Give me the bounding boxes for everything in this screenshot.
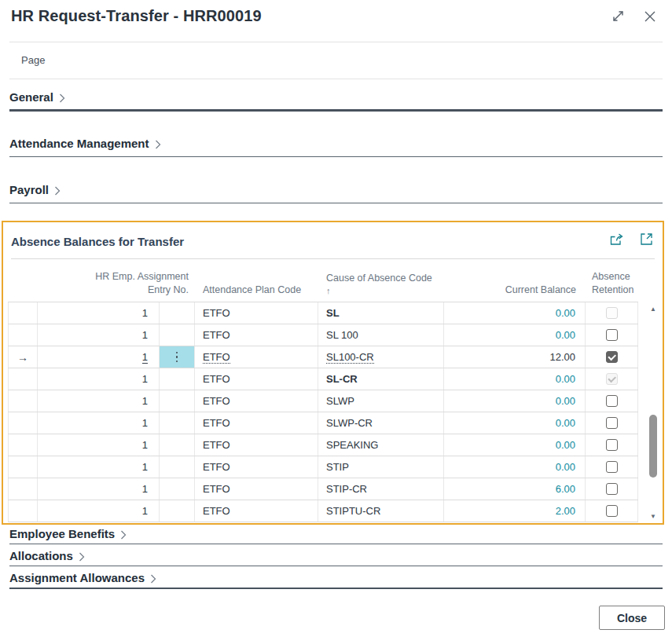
current-balance-value[interactable]: 0.00 (556, 373, 575, 385)
table-row[interactable]: 1ETFOSPEAKING0.00 (8, 434, 638, 456)
popout-button[interactable] (640, 232, 653, 249)
entry-no-value: 1 (142, 373, 148, 385)
cause-code-cell[interactable]: STIPTU-CR (318, 500, 444, 522)
current-balance-value[interactable]: 2.00 (556, 505, 575, 517)
row-menu-button[interactable] (160, 346, 195, 368)
retention-cell (586, 368, 638, 390)
table-row[interactable]: →1ETFOSL100-CR12.00 (8, 346, 638, 368)
current-balance-value[interactable]: 0.00 (556, 439, 575, 451)
entry-no-cell[interactable]: 1 (38, 434, 160, 456)
scrollbar-thumb[interactable] (649, 415, 657, 478)
current-balance-value[interactable]: 6.00 (556, 483, 575, 495)
entry-no-cell[interactable]: 1 (38, 500, 160, 522)
table-row[interactable]: 1ETFOSTIP-CR6.00 (8, 478, 638, 500)
menu-tab-page[interactable]: Page (21, 54, 45, 66)
current-balance-value[interactable]: 0.00 (556, 307, 575, 319)
section-header-attendance-management[interactable]: Attendance Management (9, 137, 161, 150)
retention-checkbox[interactable] (606, 329, 618, 341)
cause-code-cell[interactable]: STIP-CR (318, 478, 444, 500)
cause-code-cell[interactable]: SLWP (318, 390, 444, 412)
column-header-current-balance[interactable]: Current Balance (444, 262, 586, 302)
chevron-right-icon (54, 186, 61, 196)
scroll-down-icon[interactable]: ▼ (648, 513, 659, 521)
entry-no-cell[interactable]: 1 (38, 302, 160, 324)
column-header-plan-code[interactable]: Attendance Plan Code (195, 262, 318, 302)
section-header-allocations[interactable]: Allocations (9, 549, 85, 562)
table-row[interactable]: 1ETFOSLWP-CR0.00 (8, 412, 638, 434)
table-row[interactable]: 1ETFOSL 1000.00 (8, 324, 638, 346)
cause-code-value: STIPTU-CR (326, 505, 380, 517)
plan-code-cell[interactable]: ETFO (195, 346, 318, 368)
current-balance-cell[interactable]: 0.00 (444, 390, 586, 412)
retention-checkbox[interactable] (606, 351, 618, 363)
retention-checkbox[interactable] (606, 483, 618, 495)
retention-checkbox[interactable] (606, 461, 618, 473)
current-balance-cell[interactable]: 6.00 (444, 478, 586, 500)
expand-dialog-button[interactable] (611, 9, 625, 26)
entry-no-cell[interactable]: 1 (38, 368, 160, 390)
column-header-entry-no[interactable]: HR Emp. Assignment Entry No. (38, 262, 195, 302)
cause-code-cell[interactable]: SL100-CR (318, 346, 444, 368)
cause-code-cell[interactable]: STIP (318, 456, 444, 478)
row-indicator-cell (8, 368, 38, 390)
divider (11, 258, 655, 259)
column-header-cause-code[interactable]: Cause of Absence Code ↑ (318, 262, 444, 302)
close-button[interactable]: Close (599, 606, 665, 630)
plan-code-cell[interactable]: ETFO (195, 500, 318, 522)
section-header-assignment-allowances[interactable]: Assignment Allowances (9, 571, 156, 584)
plan-code-cell[interactable]: ETFO (195, 368, 318, 390)
plan-code-cell[interactable]: ETFO (195, 390, 318, 412)
entry-no-cell[interactable]: 1 (38, 478, 160, 500)
current-balance-cell[interactable]: 0.00 (444, 412, 586, 434)
current-balance-cell[interactable]: 0.00 (444, 456, 586, 478)
plan-code-cell[interactable]: ETFO (195, 302, 318, 324)
table-row[interactable]: 1ETFOSL0.00 (8, 302, 638, 324)
cause-code-cell[interactable]: SPEAKING (318, 434, 444, 456)
current-balance-value[interactable]: 0.00 (556, 329, 575, 341)
current-balance-cell[interactable]: 0.00 (444, 302, 586, 324)
chevron-right-icon (79, 552, 85, 562)
retention-cell (586, 302, 638, 324)
cause-code-cell[interactable]: SLWP-CR (318, 412, 444, 434)
retention-checkbox[interactable] (606, 505, 618, 517)
divider (9, 79, 663, 79)
retention-checkbox[interactable] (606, 395, 618, 407)
vertical-scrollbar[interactable]: ▲ ▼ (648, 302, 659, 522)
retention-checkbox[interactable] (606, 417, 618, 429)
cause-code-cell[interactable]: SL (318, 302, 444, 324)
current-balance-cell[interactable]: 0.00 (444, 324, 586, 346)
table-row[interactable]: 1ETFOSTIP0.00 (8, 456, 638, 478)
share-button[interactable] (610, 232, 625, 249)
plan-code-cell[interactable]: ETFO (195, 434, 318, 456)
plan-code-cell[interactable]: ETFO (195, 324, 318, 346)
retention-checkbox[interactable] (606, 439, 618, 451)
column-header-absence-retention[interactable]: Absence Retention (586, 262, 638, 302)
table-row[interactable]: 1ETFOSTIPTU-CR2.00 (8, 500, 638, 522)
entry-no-cell[interactable]: 1 (38, 324, 160, 346)
cause-code-cell[interactable]: SL 100 (318, 324, 444, 346)
plan-code-cell[interactable]: ETFO (195, 412, 318, 434)
scroll-up-icon[interactable]: ▲ (648, 306, 659, 313)
current-balance-value[interactable]: 0.00 (556, 461, 575, 473)
entry-no-cell[interactable]: 1 (38, 412, 160, 434)
entry-no-cell[interactable]: 1 (38, 346, 160, 368)
current-balance-cell[interactable]: 0.00 (444, 434, 586, 456)
section-header-general[interactable]: General (9, 90, 65, 104)
table-row[interactable]: 1ETFOSLWP0.00 (8, 390, 638, 412)
close-dialog-button[interactable] (644, 9, 656, 26)
cause-code-cell[interactable]: SL-CR (318, 368, 444, 390)
current-balance-cell[interactable]: 2.00 (444, 500, 586, 522)
plan-code-cell[interactable]: ETFO (195, 478, 318, 500)
current-balance-cell[interactable]: 12.00 (444, 346, 586, 368)
row-menu-cell (160, 412, 195, 434)
plan-code-cell[interactable]: ETFO (195, 456, 318, 478)
sort-ascending-icon: ↑ (326, 285, 444, 297)
current-balance-value[interactable]: 0.00 (556, 417, 575, 429)
current-balance-value[interactable]: 0.00 (556, 395, 575, 407)
current-balance-cell[interactable]: 0.00 (444, 368, 586, 390)
entry-no-cell[interactable]: 1 (38, 456, 160, 478)
section-header-employee-benefits[interactable]: Employee Benefits (9, 527, 127, 540)
table-row[interactable]: 1ETFOSL-CR0.00 (8, 368, 638, 390)
section-header-payroll[interactable]: Payroll (9, 183, 61, 196)
entry-no-cell[interactable]: 1 (38, 390, 160, 412)
